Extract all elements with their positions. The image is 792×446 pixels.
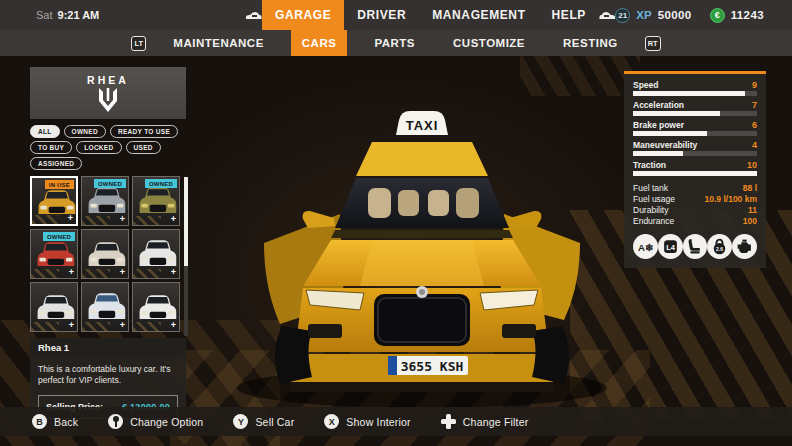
stat-value: 10 [747, 160, 757, 170]
subtab-resting[interactable]: RESTING [552, 30, 629, 56]
expand-plus: + [120, 214, 125, 224]
detail-fuel-usage: Fuel usage10.9 l/100 km [633, 194, 757, 204]
action-label: Show Interior [346, 416, 410, 428]
status-badge: OWNED [94, 179, 126, 188]
y-button-icon: Y [233, 414, 248, 429]
stat-bar [633, 111, 720, 116]
car-tile-1[interactable]: IN USE + [30, 176, 78, 226]
car-grid-scrollbar[interactable] [184, 177, 188, 336]
tab-driver[interactable]: DRIVER [344, 0, 419, 30]
stat-label: Acceleration [633, 100, 684, 110]
taxi-vehicle[interactable]: TAXI [222, 88, 622, 418]
air-conditioning-icon: A❄ [633, 234, 658, 259]
subtab-cars[interactable]: CARS [291, 30, 348, 56]
detail-value: 88 l [743, 183, 757, 193]
action-label: Change Option [130, 416, 203, 428]
expand-plus: + [69, 267, 74, 277]
vehicle-details: Fuel tank88 l Fuel usage10.9 l/100 km Du… [633, 183, 757, 226]
stat-brake-power: Brake power6 [633, 120, 757, 136]
subtab-customize[interactable]: CUSTOMIZE [442, 30, 536, 56]
filter-ready-to-use[interactable]: READY TO USE [110, 125, 178, 138]
car-name: Rhea 1 [30, 338, 186, 357]
svg-text:3655 KSH: 3655 KSH [401, 359, 464, 374]
rb-car-icon[interactable] [599, 0, 617, 30]
car-tile-4[interactable]: OWNED + [30, 229, 78, 279]
stat-traction: Traction10 [633, 160, 757, 176]
tab-management[interactable]: MANAGEMENT [419, 0, 538, 30]
license-plate: 3655 KSH [388, 356, 468, 375]
status-badge: IN USE [45, 180, 74, 189]
stat-label: Maneuverability [633, 140, 697, 150]
detail-label: Fuel tank [633, 183, 668, 193]
datetime: Sat9:21 AM [36, 9, 99, 21]
gearbox-icon: L4 [658, 234, 683, 259]
stat-bar [633, 151, 683, 156]
detail-value: 11 [748, 205, 757, 215]
expand-plus: + [171, 320, 176, 330]
garage-sub-nav: LT MAINTENANCE CARS PARTS CUSTOMIZE REST… [0, 30, 792, 56]
filter-all[interactable]: ALL [30, 125, 60, 138]
tab-garage[interactable]: GARAGE [262, 0, 344, 30]
taxi-sign: TAXI [396, 111, 448, 135]
expand-plus: + [120, 320, 125, 330]
action-label: Sell Car [255, 416, 294, 428]
car-tile-6[interactable]: + [132, 229, 180, 279]
car-tile-3[interactable]: OWNED + [132, 176, 180, 226]
status-badge: OWNED [43, 232, 75, 241]
svg-text:L4: L4 [666, 243, 676, 252]
filter-locked[interactable]: LOCKED [76, 141, 121, 154]
xp-value: 50000 [658, 9, 692, 21]
tab-help[interactable]: HELP [539, 0, 599, 30]
scrollbar-thumb[interactable] [184, 177, 188, 266]
expand-plus: + [171, 214, 176, 224]
weight-icon: 2.6 [707, 234, 732, 259]
action-label: Change Filter [463, 416, 529, 428]
filter-owned[interactable]: OWNED [64, 125, 106, 138]
car-tile-7[interactable]: + [30, 282, 78, 332]
stat-bar [633, 171, 757, 176]
garage-screen: Sat9:21 AM GARAGE DRIVER MANAGEMENT HELP… [0, 0, 792, 446]
car-selection-panel: RHEA ALL OWNED READY TO USE TO BUY LOCKE… [30, 67, 186, 427]
car-tile-9[interactable]: + [132, 282, 180, 332]
stat-bar [633, 91, 745, 96]
back-action[interactable]: B Back [32, 414, 78, 429]
x-button-icon: X [324, 414, 339, 429]
day-label: Sat [36, 9, 53, 21]
subtab-maintenance[interactable]: MAINTENANCE [162, 30, 274, 56]
svg-text:TAXI: TAXI [406, 118, 439, 133]
engine-icon [732, 234, 757, 259]
detail-durability: Durability11 [633, 205, 757, 215]
right-mirror [509, 211, 541, 228]
stat-label: Brake power [633, 120, 684, 130]
stat-value: 9 [752, 80, 757, 90]
lt-trigger-icon[interactable]: LT [131, 36, 146, 51]
filter-to-buy[interactable]: TO BUY [30, 141, 72, 154]
change-option-action[interactable]: Change Option [108, 414, 203, 429]
status-badge: OWNED [145, 179, 177, 188]
dpad-icon [441, 414, 456, 429]
player-stats: 21 XP 50000 € 11243 [615, 8, 764, 23]
subtab-parts[interactable]: PARTS [363, 30, 426, 56]
left-mirror [303, 211, 335, 228]
expand-plus: + [171, 267, 176, 277]
windshield [335, 178, 509, 228]
change-filter-action[interactable]: Change Filter [441, 414, 529, 429]
stat-maneuverability: Maneuverability4 [633, 140, 757, 156]
detail-value: 10.9 l/100 km [705, 194, 757, 204]
money-value: 11243 [731, 9, 764, 21]
car-tile-2[interactable]: OWNED + [81, 176, 129, 226]
show-interior-action[interactable]: X Show Interior [324, 414, 410, 429]
car-tile-8[interactable]: + [81, 282, 129, 332]
stat-label: Traction [633, 160, 666, 170]
detail-value: 100 [743, 216, 757, 226]
brand-logo-icon [95, 87, 121, 113]
lb-car-icon[interactable] [244, 0, 262, 30]
filter-used[interactable]: USED [126, 141, 161, 154]
car-tile-5[interactable]: + [81, 229, 129, 279]
sell-car-action[interactable]: Y Sell Car [233, 414, 294, 429]
brand-name: RHEA [87, 74, 129, 86]
svg-text:2.6: 2.6 [716, 247, 723, 252]
filter-assigned[interactable]: ASSIGNED [30, 157, 82, 170]
left-stick-icon [108, 414, 123, 429]
rt-trigger-icon[interactable]: RT [645, 36, 661, 51]
